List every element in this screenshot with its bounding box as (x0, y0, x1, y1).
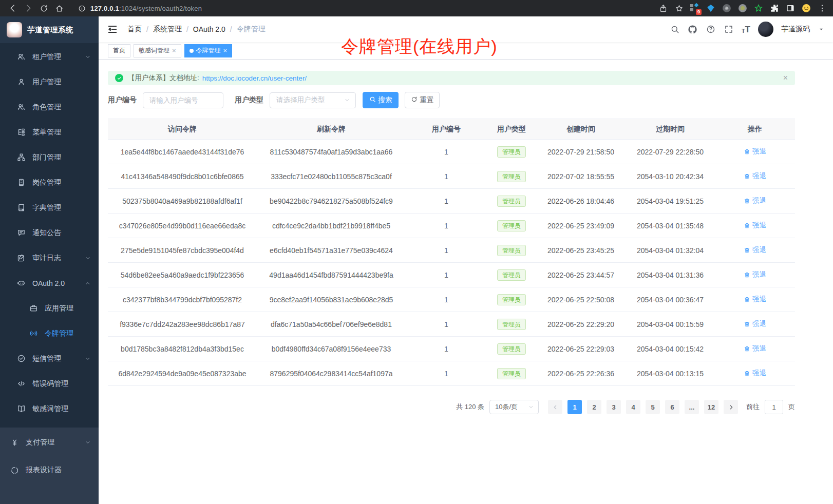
bookmark-star-icon[interactable] (673, 3, 685, 14)
created-time-cell: 2022-06-25 22:50:08 (536, 287, 626, 312)
tab-close-icon[interactable]: × (223, 47, 228, 54)
force-logout-button[interactable]: 强退 (744, 319, 766, 328)
font-size-icon[interactable]: TT (742, 25, 750, 34)
extension-sidebar-icon[interactable] (785, 3, 796, 14)
extension-star-icon[interactable] (753, 3, 764, 14)
extension-command-icon[interactable] (721, 3, 732, 14)
sidebar-item-menu[interactable]: 菜单管理 (0, 120, 99, 145)
force-logout-button[interactable]: 强退 (744, 196, 766, 205)
sidebar-item-label: 短信管理 (32, 354, 61, 363)
sidebar-item-pay[interactable]: 支付管理 (0, 429, 99, 456)
help-icon[interactable] (706, 24, 716, 34)
sidebar-item-dept[interactable]: 部门管理 (0, 145, 99, 170)
page-button-6[interactable]: 6 (665, 400, 679, 414)
user-type-cell: 管理员 (487, 164, 536, 189)
table-row: 502375b8040a469a9b82188afdf6af1fbe90422b… (108, 189, 795, 214)
breadcrumb-item[interactable]: 系统管理 (153, 25, 182, 34)
page-ellipsis-button[interactable]: ... (685, 400, 699, 414)
action-cell: 强退 (715, 238, 795, 263)
tab-令牌管理[interactable]: 令牌管理× (184, 44, 233, 57)
refresh-token-cell: 49d1aa46d1454fbd87591444423be9fa (257, 263, 406, 287)
site-info-icon[interactable] (77, 1, 86, 15)
expire-time-cell: 2054-03-04 01:31:36 (626, 263, 715, 287)
table-row: b0d1785bc3a8482f812db4a3f3bd15ecb0df4980… (108, 337, 795, 361)
sidebar-item-notice[interactable]: 通知公告 (0, 220, 99, 245)
page-button-5[interactable]: 5 (646, 400, 660, 414)
sidebar-item-sms[interactable]: 短信管理 (0, 346, 99, 371)
reset-button[interactable]: 重置 (405, 92, 440, 108)
page-button-3[interactable]: 3 (607, 400, 621, 414)
sidebar-item-oauth2-app[interactable]: 应用管理 (0, 296, 99, 321)
sidebar-item-error-code[interactable]: 错误码管理 (0, 371, 99, 396)
table-row: f9336e7c7dd242a283ee98dc86b17a87dfa6c71a… (108, 312, 795, 337)
force-logout-button[interactable]: 强退 (744, 245, 766, 255)
force-logout-button[interactable]: 强退 (744, 369, 766, 378)
search-button[interactable]: 搜索 (363, 92, 399, 108)
sidebar-item-dict[interactable]: 字典管理 (0, 195, 99, 220)
app-logo[interactable]: 芋道管理系统 (0, 16, 99, 43)
sidebar-item-sensitive-word[interactable]: 敏感词管理 (0, 396, 99, 421)
user-id-input[interactable] (143, 92, 223, 108)
force-logout-button[interactable]: 强退 (744, 171, 766, 181)
force-logout-button[interactable]: 强退 (744, 344, 766, 353)
username[interactable]: 芋道源码 (781, 25, 810, 34)
sidebar-item-user[interactable]: 用户管理 (0, 69, 99, 94)
page-size-select[interactable]: 10条/页 (489, 400, 539, 414)
browser-home-icon[interactable] (51, 1, 67, 15)
browser-back-icon[interactable] (5, 1, 21, 15)
browser-forward-icon[interactable] (21, 1, 36, 15)
extension-emoji-icon[interactable] (801, 3, 812, 14)
access-token-cell: 6d842e2924594de9a09e45e087323abe (108, 361, 257, 386)
chevron-down-icon[interactable] (818, 26, 825, 33)
browser-menu-icon[interactable] (817, 3, 828, 14)
sidebar-item-post[interactable]: 岗位管理 (0, 170, 99, 195)
extension-puzzle-icon[interactable] (769, 3, 780, 14)
header-search-icon[interactable] (670, 24, 680, 34)
sidebar-toggle-icon[interactable] (107, 24, 118, 35)
fullscreen-icon[interactable] (724, 24, 734, 34)
total-count: 共 120 条 (456, 402, 484, 412)
breadcrumb-separator: / (146, 25, 148, 33)
refresh-token-cell: be90422b8c7946218275a508bf524fc9 (257, 189, 406, 214)
breadcrumb-item[interactable]: OAuth 2.0 (193, 25, 225, 33)
share-icon[interactable] (657, 3, 669, 14)
user-type-select[interactable]: 请选择用户类型 (270, 92, 356, 108)
sidebar-item-audit-log[interactable]: 审计日志 (0, 245, 99, 270)
tab-敏感词管理[interactable]: 敏感词管理× (134, 44, 181, 57)
force-logout-button[interactable]: 强退 (744, 270, 766, 279)
breadcrumb-item[interactable]: 首页 (127, 25, 142, 34)
sidebar-item-report-designer[interactable]: 报表设计器 (0, 456, 99, 484)
table-row: 1ea5e44f8bc1467aaede43144f31de76811c5304… (108, 140, 795, 164)
github-icon[interactable] (688, 24, 698, 34)
sidebar-item-tenant[interactable]: 租户管理 (0, 44, 99, 69)
force-logout-button[interactable]: 强退 (744, 147, 766, 156)
force-logout-button[interactable]: 强退 (744, 295, 766, 304)
action-cell: 强退 (715, 140, 795, 164)
tab-首页[interactable]: 首页 (108, 44, 130, 57)
alert-close-icon[interactable]: × (783, 73, 788, 83)
page-button-1[interactable]: 1 (567, 400, 582, 414)
tab-close-icon[interactable]: × (172, 47, 176, 54)
next-page-button[interactable] (724, 400, 738, 414)
sidebar-item-oauth2-token[interactable]: 令牌管理 (0, 321, 99, 346)
extension-blocks-icon[interactable]: 9 (689, 3, 701, 14)
prev-page-button[interactable] (548, 400, 562, 414)
goto-page-input[interactable] (765, 400, 783, 414)
browser-reload-icon[interactable] (36, 1, 51, 15)
browser-chrome: 127.0.0.1:1024/system/oauth2/token 9 (0, 0, 833, 16)
pagination: 共 120 条 10条/页 123456...12 前往 页 (108, 400, 795, 414)
force-logout-button[interactable]: 强退 (744, 221, 766, 230)
doc-link[interactable]: https://doc.iocoder.cn/user-center/ (202, 74, 307, 82)
access-token-cell: b0d1785bc3a8482f812db4a3f3bd15ec (108, 337, 257, 361)
sidebar-item-oauth2[interactable]: OAuth 2.0 (0, 270, 99, 296)
extension-dot-icon[interactable] (737, 3, 748, 14)
page-button-2[interactable]: 2 (587, 400, 601, 414)
sidebar-item-role[interactable]: 角色管理 (0, 94, 99, 120)
extension-gem-icon[interactable] (705, 3, 716, 14)
avatar[interactable] (758, 22, 773, 37)
browser-address-bar[interactable]: 127.0.0.1:1024/system/oauth2/token (77, 1, 657, 15)
page-button-12[interactable]: 12 (704, 400, 718, 414)
column-header: 刷新令牌 (257, 119, 406, 140)
page-button-4[interactable]: 4 (626, 400, 640, 414)
user-type-cell: 管理员 (487, 140, 536, 164)
